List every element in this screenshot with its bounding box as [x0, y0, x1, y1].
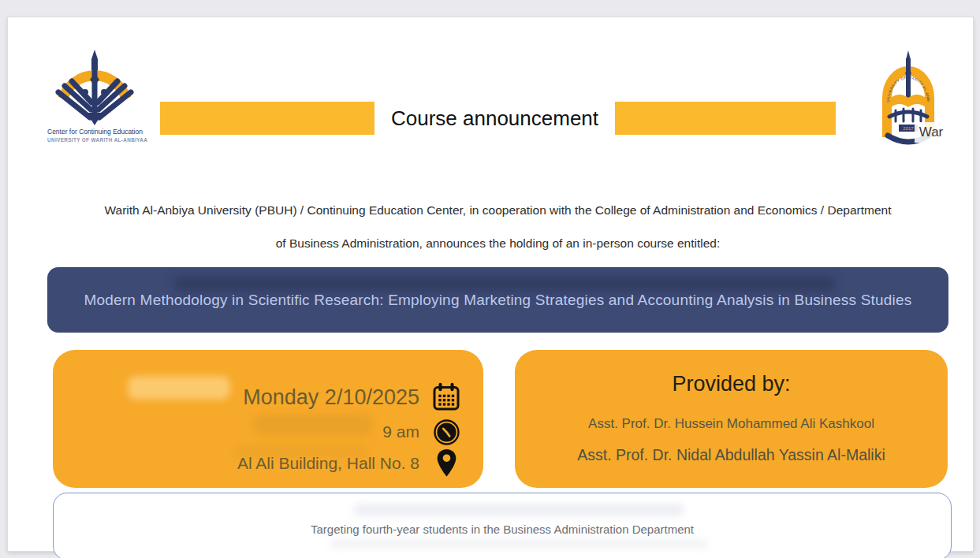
title-bar-right	[615, 102, 836, 135]
location-pin-icon	[430, 447, 462, 481]
target-audience-text: Targeting fourth-year students in the Bu…	[54, 523, 951, 536]
schedule-date-row: Monday 2/10/2025	[53, 378, 483, 416]
ghost-text-artifact	[173, 277, 836, 291]
target-audience-box: Targeting fourth-year students in the Bu…	[53, 493, 952, 558]
course-title: Modern Methodology in Scientific Researc…	[84, 292, 912, 309]
presenter-name: Asst. Prof. Dr. Hussein Mohammed Ali Kas…	[515, 416, 948, 432]
provided-by-heading: Provided by:	[515, 372, 948, 396]
schedule-card: Monday 2/10/2025 9 am	[53, 350, 483, 488]
schedule-time-row: 9 am	[53, 416, 483, 448]
course-title-banner: Modern Methodology in Scientific Researc…	[47, 267, 948, 333]
announcement-card: Center for Continuing Education UNIVERSI…	[7, 17, 974, 552]
course-date: Monday 2/10/2025	[243, 385, 419, 410]
seal-year-text: 2017	[903, 126, 914, 131]
title-bar-left	[160, 102, 374, 135]
intro-line-1: Warith Al-Anbiya University (PBUH) / Con…	[8, 194, 980, 227]
page-title: Course announcement	[374, 102, 615, 135]
university-emblem-icon	[47, 46, 142, 127]
ghost-text-artifact	[330, 539, 708, 549]
clock-icon	[430, 418, 462, 447]
continuing-education-logo: Center for Continuing Education UNIVERSI…	[47, 46, 142, 157]
course-location: Al Ali Building, Hall No. 8	[237, 454, 419, 473]
calendar-icon	[430, 381, 462, 413]
left-logo-caption: Center for Continuing Education	[47, 128, 142, 136]
intro-line-2: of Business Administration, announces th…	[8, 227, 980, 260]
intro-paragraph: Warith Al-Anbiya University (PBUH) / Con…	[8, 194, 980, 260]
presenters-card: Provided by: Asst. Prof. Dr. Hussein Moh…	[515, 350, 948, 488]
schedule-location-row: Al Ali Building, Hall No. 8	[53, 446, 483, 481]
presenter-name: Asst. Prof. Dr. Nidal Abdullah Yassin Al…	[515, 446, 948, 464]
ghost-text-artifact	[353, 504, 684, 516]
overlay-label: War	[915, 122, 948, 143]
announcement-page: Center for Continuing Education UNIVERSI…	[0, 0, 980, 558]
course-time: 9 am	[382, 422, 419, 441]
left-logo-subcaption: UNIVERSITY OF WARITH AL-ANBIYAA	[47, 137, 142, 143]
